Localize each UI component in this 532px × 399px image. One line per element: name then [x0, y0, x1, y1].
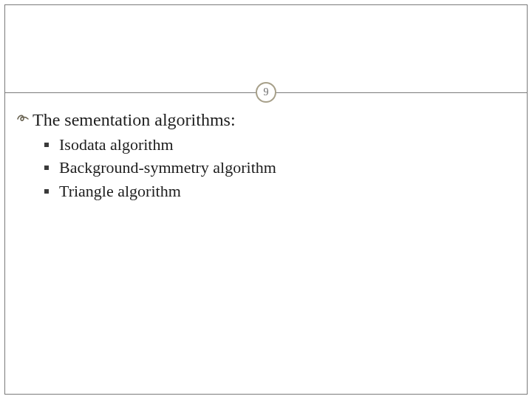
page-number: 9: [264, 86, 269, 98]
slide: 9 The sementation algorithms: Isodata al…: [0, 0, 532, 399]
curly-bullet-icon: [16, 112, 30, 128]
square-bullet-icon: [44, 189, 49, 194]
header-band: [5, 5, 527, 78]
list-item: Background-symmetry algorithm: [44, 157, 516, 179]
algorithm-list: Isodata algorithm Background-symmetry al…: [44, 134, 516, 202]
list-item-text: Triangle algorithm: [59, 180, 181, 202]
content-area: The sementation algorithms: Isodata algo…: [16, 109, 516, 204]
list-item-text: Background-symmetry algorithm: [59, 157, 276, 179]
square-bullet-icon: [44, 143, 49, 147]
heading-row: The sementation algorithms:: [16, 109, 516, 131]
heading-text: The sementation algorithms:: [33, 109, 236, 131]
square-bullet-icon: [44, 166, 49, 170]
list-item: Isodata algorithm: [44, 134, 516, 156]
list-item: Triangle algorithm: [44, 180, 516, 202]
list-item-text: Isodata algorithm: [59, 134, 174, 156]
page-number-badge: 9: [256, 82, 276, 103]
